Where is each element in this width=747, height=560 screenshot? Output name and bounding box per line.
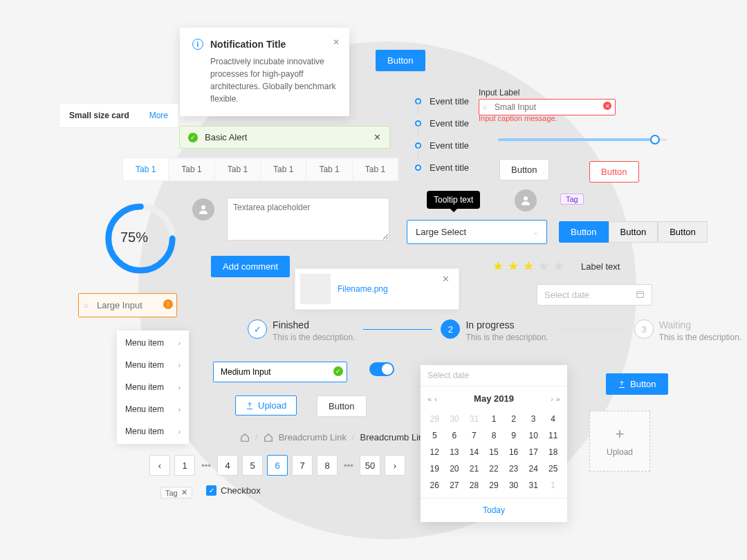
calendar-day[interactable]: 13 xyxy=(445,444,465,460)
large-select[interactable]: Large Select ⌄ xyxy=(407,220,547,244)
calendar-day[interactable]: 9 xyxy=(504,427,524,444)
star-icon[interactable]: ★ xyxy=(523,259,534,274)
calendar-day[interactable]: 7 xyxy=(464,427,484,444)
calendar-day[interactable]: 14 xyxy=(464,444,484,460)
medium-input[interactable] xyxy=(213,362,347,382)
calendar-day[interactable]: 1 xyxy=(484,411,504,427)
calendar-day[interactable]: 29 xyxy=(425,411,445,427)
calendar-day[interactable]: 28 xyxy=(464,477,484,494)
danger-button[interactable]: Button xyxy=(589,161,639,183)
toggle-switch[interactable] xyxy=(369,362,394,376)
star-icon[interactable]: ★ xyxy=(508,259,519,274)
tab[interactable]: Tab 1 xyxy=(123,158,169,180)
date-input[interactable]: Select date xyxy=(537,284,652,306)
calendar-day[interactable]: 31 xyxy=(464,411,484,427)
calendar-day[interactable]: 3 xyxy=(524,411,544,427)
calendar-day[interactable]: 22 xyxy=(484,460,504,477)
calendar-day[interactable]: 30 xyxy=(445,411,465,427)
calendar-day[interactable]: 17 xyxy=(524,444,544,460)
calendar-day[interactable]: 2 xyxy=(504,411,524,427)
home-icon[interactable] xyxy=(240,433,250,442)
closable-tag[interactable]: Tag ✕ xyxy=(160,487,192,498)
checkbox-checked-icon[interactable]: ✓ xyxy=(206,485,216,496)
close-icon[interactable]: ✕ xyxy=(181,488,187,497)
close-icon[interactable]: ✕ xyxy=(442,274,450,284)
star-icon[interactable]: ★ xyxy=(538,259,549,274)
close-icon[interactable]: ✕ xyxy=(333,37,340,47)
calendar-day[interactable]: 26 xyxy=(425,477,445,494)
calendar-day[interactable]: 23 xyxy=(504,460,524,477)
home-icon xyxy=(264,433,273,442)
menu-item[interactable]: Menu item› xyxy=(117,354,189,376)
large-input[interactable] xyxy=(78,293,177,317)
group-button[interactable]: Button xyxy=(559,221,609,243)
group-button[interactable]: Button xyxy=(658,221,708,243)
pagination-item[interactable]: 1 xyxy=(174,455,195,476)
default-button[interactable]: Button xyxy=(499,159,549,180)
slider-thumb[interactable] xyxy=(650,135,660,144)
tab[interactable]: Tab 1 xyxy=(353,158,398,180)
calendar-day[interactable]: 5 xyxy=(425,427,445,444)
pagination-item[interactable]: 50 xyxy=(360,455,380,476)
checkbox-row[interactable]: ✓ Checkbox xyxy=(206,485,261,496)
small-input[interactable] xyxy=(479,99,616,115)
prev-month-icon[interactable]: ‹ xyxy=(434,395,437,403)
prev-year-icon[interactable]: « xyxy=(427,395,432,403)
calendar-day[interactable]: 31 xyxy=(524,477,544,494)
upload-dropzone[interactable]: + Upload xyxy=(589,411,650,472)
default-button[interactable]: Button xyxy=(317,395,367,417)
next-month-icon[interactable]: › xyxy=(551,395,553,403)
rating[interactable]: ★★★★★Label text xyxy=(492,259,620,274)
calendar-today-link[interactable]: Today xyxy=(421,498,567,522)
calendar-day[interactable]: 20 xyxy=(445,460,465,477)
calendar-day[interactable]: 29 xyxy=(484,477,504,494)
close-icon[interactable]: ✕ xyxy=(374,132,381,142)
pagination-item[interactable]: 5 xyxy=(242,455,263,476)
star-icon[interactable]: ★ xyxy=(553,259,564,274)
comment-textarea[interactable] xyxy=(227,198,389,241)
calendar-day[interactable]: 15 xyxy=(484,444,504,460)
calendar-day[interactable]: 1 xyxy=(543,477,563,494)
tab[interactable]: Tab 1 xyxy=(306,158,352,180)
file-name-link[interactable]: Filename.png xyxy=(338,284,388,294)
calendar-day[interactable]: 27 xyxy=(445,477,465,494)
pagination-item[interactable]: ‹ xyxy=(149,455,170,476)
calendar-day[interactable]: 16 xyxy=(504,444,524,460)
breadcrumb-link[interactable]: Breadcrumb Link xyxy=(279,432,347,442)
calendar-month[interactable]: May 2019 xyxy=(474,393,514,404)
tab[interactable]: Tab 1 xyxy=(215,158,261,180)
calendar-day[interactable]: 21 xyxy=(464,460,484,477)
pagination-item[interactable]: › xyxy=(385,455,405,476)
calendar-day[interactable]: 10 xyxy=(524,427,544,444)
slider-track[interactable] xyxy=(498,138,667,141)
calendar-day[interactable]: 11 xyxy=(543,427,563,444)
next-year-icon[interactable]: » xyxy=(556,395,560,403)
menu-item[interactable]: Menu item› xyxy=(117,398,189,420)
star-icon[interactable]: ★ xyxy=(492,259,504,274)
calendar-day[interactable]: 4 xyxy=(543,411,563,427)
primary-button[interactable]: Button xyxy=(376,50,425,71)
pagination-item[interactable]: 7 xyxy=(292,455,313,476)
group-button[interactable]: Button xyxy=(609,221,658,243)
pagination-ellipsis: ••• xyxy=(342,455,356,476)
upload-button[interactable]: Upload xyxy=(235,395,297,416)
menu-item[interactable]: Menu item› xyxy=(117,376,189,398)
calendar-day[interactable]: 8 xyxy=(484,427,504,444)
card-more-link[interactable]: More xyxy=(149,111,168,120)
calendar-day[interactable]: 24 xyxy=(524,460,544,477)
menu-item[interactable]: Menu item› xyxy=(117,332,189,354)
tab[interactable]: Tab 1 xyxy=(261,158,306,180)
upload-primary-button[interactable]: Button xyxy=(606,373,668,395)
tab[interactable]: Tab 1 xyxy=(169,158,214,180)
pagination-item[interactable]: 6 xyxy=(267,455,288,476)
pagination-item[interactable]: 4 xyxy=(217,455,238,476)
calendar-day[interactable]: 18 xyxy=(543,444,563,460)
pagination-item[interactable]: 8 xyxy=(317,455,338,476)
calendar-day[interactable]: 19 xyxy=(425,460,445,477)
calendar-day[interactable]: 25 xyxy=(543,460,563,477)
menu-item[interactable]: Menu item› xyxy=(117,420,189,442)
calendar-day[interactable]: 6 xyxy=(445,427,465,444)
calendar-day[interactable]: 12 xyxy=(425,444,445,460)
add-comment-button[interactable]: Add comment xyxy=(211,256,290,277)
calendar-day[interactable]: 30 xyxy=(504,477,524,494)
